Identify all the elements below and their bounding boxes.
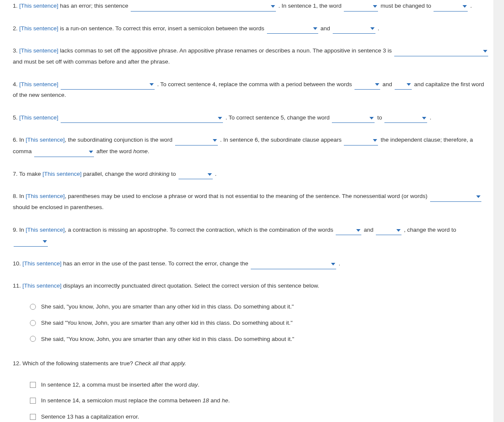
question-10: 10. [This sentence] has an error in the … bbox=[13, 258, 489, 269]
question-text: 9. In [This sentence], a contraction is … bbox=[13, 224, 489, 247]
option-label: In sentence 12, a comma must be inserted… bbox=[41, 379, 199, 390]
dropdown-blank[interactable] bbox=[61, 79, 155, 90]
sentence-link[interactable]: [This sentence] bbox=[26, 137, 65, 143]
dropdown-blank[interactable] bbox=[332, 112, 375, 123]
sentence-link[interactable]: [This sentence] bbox=[19, 81, 59, 87]
question-number: 5. bbox=[13, 114, 19, 121]
dropdown-blank[interactable] bbox=[336, 224, 361, 236]
dropdown-blank[interactable] bbox=[34, 146, 94, 157]
question-1: 1. [This sentence] has an error; this se… bbox=[13, 0, 489, 12]
question-4: 4. [This sentence] . To correct sentence… bbox=[13, 79, 489, 101]
sentence-link[interactable]: [This sentence] bbox=[19, 3, 59, 9]
emphasis-text: 18 bbox=[202, 397, 209, 404]
option-row: She said, "You know, John, you are smart… bbox=[13, 331, 489, 347]
question-6: 6. In [This sentence], the subordinating… bbox=[13, 134, 489, 157]
question-text: 12. Which of the following statements ar… bbox=[13, 358, 489, 369]
emphasis-text: home bbox=[133, 148, 148, 154]
question-text: 7. To make [This sentence] parallel, cha… bbox=[13, 168, 489, 180]
question-number: 6. bbox=[13, 137, 19, 143]
checkbox[interactable] bbox=[30, 382, 36, 388]
question-number: 9. bbox=[13, 227, 19, 233]
question-number: 10. bbox=[13, 260, 23, 267]
option-label: Sentence 13 has a capitalization error. bbox=[41, 411, 139, 422]
question-text: 5. [This sentence] . To correct sentence… bbox=[13, 112, 489, 123]
dropdown-blank[interactable] bbox=[344, 134, 378, 146]
question-9: 9. In [This sentence], a contraction is … bbox=[13, 224, 489, 247]
dropdown-blank[interactable] bbox=[251, 258, 336, 269]
checkbox[interactable] bbox=[30, 414, 36, 420]
question-text: 10. [This sentence] has an error in the … bbox=[13, 258, 489, 269]
radio-button[interactable] bbox=[30, 320, 36, 326]
question-number: 7. bbox=[13, 171, 19, 177]
sentence-link[interactable]: [This sentence] bbox=[23, 282, 62, 289]
options-group: In sentence 12, a comma must be inserted… bbox=[13, 377, 489, 422]
question-number: 2. bbox=[13, 25, 19, 32]
sentence-link[interactable]: [This sentence] bbox=[26, 193, 65, 199]
dropdown-blank[interactable] bbox=[14, 235, 48, 247]
option-label: She said "You know, John, you are smarte… bbox=[41, 317, 293, 329]
sentence-link[interactable]: [This sentence] bbox=[19, 47, 59, 54]
dropdown-blank[interactable] bbox=[395, 79, 412, 90]
question-text: 1. [This sentence] has an error; this se… bbox=[13, 0, 489, 12]
option-label: In sentence 14, a semicolon must replace… bbox=[41, 395, 230, 406]
option-row: In sentence 12, a comma must be inserted… bbox=[13, 377, 489, 393]
question-12: 12. Which of the following statements ar… bbox=[13, 358, 489, 422]
question-number: 3. bbox=[13, 47, 19, 54]
sentence-link[interactable]: [This sentence] bbox=[43, 171, 82, 177]
dropdown-blank[interactable] bbox=[344, 0, 378, 12]
dropdown-blank[interactable] bbox=[384, 112, 427, 123]
question-7: 7. To make [This sentence] parallel, cha… bbox=[13, 168, 489, 180]
option-label: She said, "you know, John, you are smart… bbox=[41, 301, 294, 312]
sentence-link[interactable]: [This sentence] bbox=[19, 25, 59, 32]
option-label: She said, "You know, John, you are smart… bbox=[41, 334, 294, 345]
dropdown-blank[interactable] bbox=[355, 79, 380, 90]
checkbox[interactable] bbox=[30, 398, 36, 404]
question-number: 11. bbox=[13, 282, 23, 289]
question-text: 8. In [This sentence], parentheses may b… bbox=[13, 190, 489, 212]
question-number: 8. bbox=[13, 193, 19, 199]
emphasis-text: drinking bbox=[149, 171, 169, 177]
option-row: In sentence 14, a semicolon must replace… bbox=[13, 393, 489, 409]
sentence-link[interactable]: [This sentence] bbox=[26, 227, 65, 233]
option-row: She said "You know, John, you are smarte… bbox=[13, 315, 489, 331]
question-text: 11. [This sentence] displays an incorrec… bbox=[13, 280, 489, 291]
radio-button[interactable] bbox=[30, 304, 36, 310]
emphasis-text: day bbox=[188, 381, 198, 388]
dropdown-blank[interactable] bbox=[267, 23, 318, 34]
dropdown-blank[interactable] bbox=[430, 190, 481, 202]
sentence-link[interactable]: [This sentence] bbox=[19, 114, 59, 121]
question-8: 8. In [This sentence], parentheses may b… bbox=[13, 190, 489, 212]
dropdown-blank[interactable] bbox=[434, 0, 468, 12]
question-text: 4. [This sentence] . To correct sentence… bbox=[13, 79, 489, 101]
question-2: 2. [This sentence] is a run-on sentence.… bbox=[13, 23, 489, 34]
dropdown-blank[interactable] bbox=[131, 0, 276, 12]
question-number: 4. bbox=[13, 81, 19, 87]
emphasis-text: Check all that apply. bbox=[135, 360, 186, 367]
option-row: She said, "you know, John, you are smart… bbox=[13, 299, 489, 315]
dropdown-blank[interactable] bbox=[175, 134, 218, 146]
dropdown-blank[interactable] bbox=[376, 224, 401, 236]
question-number: 12. bbox=[13, 360, 23, 367]
options-group: She said, "you know, John, you are smart… bbox=[13, 299, 489, 347]
question-11: 11. [This sentence] displays an incorrec… bbox=[13, 280, 489, 347]
dropdown-blank[interactable] bbox=[179, 168, 213, 180]
radio-button[interactable] bbox=[30, 336, 36, 342]
question-3: 3. [This sentence] lacks commas to set o… bbox=[13, 45, 489, 67]
question-text: 6. In [This sentence], the subordinating… bbox=[13, 134, 489, 157]
question-5: 5. [This sentence] . To correct sentence… bbox=[13, 112, 489, 123]
emphasis-text: he bbox=[222, 397, 228, 404]
sentence-link[interactable]: [This sentence] bbox=[23, 260, 62, 267]
question-text: 2. [This sentence] is a run-on sentence.… bbox=[13, 23, 489, 34]
dropdown-blank[interactable] bbox=[333, 23, 375, 34]
question-text: 3. [This sentence] lacks commas to set o… bbox=[13, 45, 489, 67]
question-number: 1. bbox=[13, 3, 19, 9]
dropdown-blank[interactable] bbox=[394, 45, 488, 56]
dropdown-blank[interactable] bbox=[61, 112, 223, 123]
option-row: Sentence 13 has a capitalization error. bbox=[13, 409, 489, 422]
